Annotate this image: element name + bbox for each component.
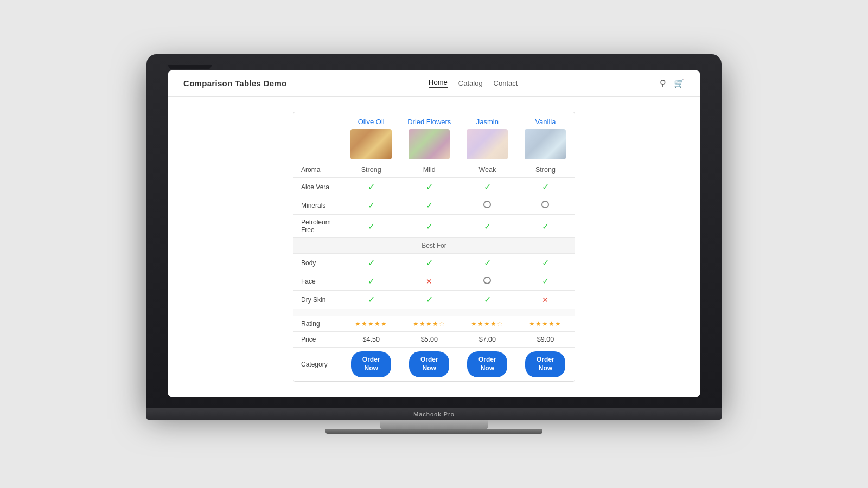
- label-aroma: Aroma: [293, 162, 342, 178]
- val-aroma-vanilla: Strong: [516, 162, 575, 178]
- product-img-vanilla: [525, 129, 566, 159]
- laptop-foot: [326, 429, 542, 434]
- val-price-olive: $4.50: [342, 332, 400, 348]
- label-aloe-vera: Aloe Vera: [293, 178, 342, 196]
- check-icon: ✓: [426, 295, 433, 304]
- val-body-olive: ✓: [342, 254, 400, 272]
- price-jasmin: $7.00: [479, 336, 496, 343]
- product-name-vanilla: Vanilla: [520, 118, 571, 126]
- comparison-table: Olive Oil Dried Flowers Jasmin: [293, 112, 575, 381]
- label-face: Face: [293, 272, 342, 291]
- price-olive: $4.50: [363, 336, 380, 343]
- order-btn-olive[interactable]: Order Now: [351, 351, 391, 377]
- price-flowers: $5.00: [421, 336, 438, 343]
- row-aloe-vera: Aloe Vera ✓ ✓ ✓ ✓: [293, 178, 575, 196]
- product-col-vanilla: Vanilla: [516, 112, 575, 162]
- stars-jasmin: ★★★★☆: [471, 320, 503, 328]
- val-face-jasmin: [458, 272, 516, 291]
- val-rating-olive: ★★★★★: [342, 316, 400, 332]
- order-jasmin-cell: Order Now: [458, 348, 516, 381]
- laptop-frame: Comparison Tables Demo Home Catalog Cont…: [146, 54, 722, 433]
- val-petroleum-vanilla: ✓: [516, 215, 575, 238]
- val-dryskin-vanilla: ✕: [516, 291, 575, 309]
- check-icon: ✓: [542, 277, 549, 286]
- product-col-flowers: Dried Flowers: [400, 112, 458, 162]
- check-icon: ✓: [542, 222, 549, 231]
- val-price-flowers: $5.00: [400, 332, 458, 348]
- row-rating: Rating ★★★★★ ★★★★☆ ★★★★☆ ★★★★★: [293, 316, 575, 332]
- row-face: Face ✓ ✕ ✓: [293, 272, 575, 291]
- cart-icon[interactable]: 🛒: [674, 78, 685, 88]
- val-body-vanilla: ✓: [516, 254, 575, 272]
- val-body-flowers: ✓: [400, 254, 458, 272]
- comparison-table-wrapper: Olive Oil Dried Flowers Jasmin: [293, 112, 575, 381]
- product-img-flowers: [409, 129, 450, 159]
- order-btn-flowers[interactable]: Order Now: [409, 351, 449, 377]
- laptop-body: Comparison Tables Demo Home Catalog Cont…: [146, 54, 722, 407]
- stars-olive: ★★★★★: [355, 320, 387, 328]
- val-price-jasmin: $7.00: [458, 332, 516, 348]
- label-dry-skin: Dry Skin: [293, 291, 342, 309]
- check-icon: ✓: [368, 182, 375, 191]
- val-face-olive: ✓: [342, 272, 400, 291]
- val-dryskin-olive: ✓: [342, 291, 400, 309]
- val-face-vanilla: ✓: [516, 272, 575, 291]
- val-dryskin-flowers: ✓: [400, 291, 458, 309]
- val-aloe-olive: ✓: [342, 178, 400, 196]
- row-minerals: Minerals ✓ ✓: [293, 196, 575, 215]
- val-aloe-jasmin: ✓: [458, 178, 516, 196]
- row-body: Body ✓ ✓ ✓ ✓: [293, 254, 575, 272]
- order-flowers-cell: Order Now: [400, 348, 458, 381]
- product-col-jasmin: Jasmin: [458, 112, 516, 162]
- product-img-olive: [350, 129, 392, 159]
- val-minerals-vanilla: [516, 196, 575, 215]
- label-rating: Rating: [293, 316, 342, 332]
- label-petroleum: PetroleumFree: [293, 215, 342, 238]
- label-category: Category: [293, 348, 342, 381]
- check-icon: ✓: [368, 258, 375, 267]
- val-petroleum-olive: ✓: [342, 215, 400, 238]
- spacer-cell: [293, 309, 575, 316]
- stars-vanilla: ★★★★★: [529, 320, 561, 328]
- val-minerals-flowers: ✓: [400, 196, 458, 215]
- product-name-flowers: Dried Flowers: [404, 118, 455, 126]
- row-dry-skin: Dry Skin ✓ ✓ ✓ ✕: [293, 291, 575, 309]
- brand-title: Comparison Tables Demo: [183, 79, 287, 88]
- product-header-row: Olive Oil Dried Flowers Jasmin: [293, 112, 575, 162]
- cross-icon: ✕: [426, 277, 432, 286]
- check-icon: ✓: [542, 182, 549, 191]
- row-aroma: Aroma Strong Mild Weak Strong: [293, 162, 575, 178]
- laptop-base: Macbook Pro: [146, 408, 722, 420]
- nav-catalog[interactable]: Catalog: [458, 79, 483, 87]
- search-icon[interactable]: ⚲: [660, 78, 666, 88]
- order-btn-jasmin[interactable]: Order Now: [467, 351, 507, 377]
- product-name-jasmin: Jasmin: [462, 118, 513, 126]
- row-order: Category Order Now Order Now Order Now: [293, 348, 575, 381]
- nav-contact[interactable]: Contact: [494, 79, 518, 87]
- check-icon: ✓: [542, 258, 549, 267]
- order-olive-cell: Order Now: [342, 348, 400, 381]
- row-price: Price $4.50 $5.00 $7.00 $9.00: [293, 332, 575, 348]
- check-icon: ✓: [484, 258, 491, 267]
- val-petroleum-flowers: ✓: [400, 215, 458, 238]
- section-best-for-label: Best For: [293, 238, 575, 254]
- val-face-flowers: ✕: [400, 272, 458, 291]
- circle-empty-icon: [483, 277, 491, 284]
- order-btn-vanilla[interactable]: Order Now: [525, 351, 565, 377]
- val-aloe-vanilla: ✓: [516, 178, 575, 196]
- price-vanilla: $9.00: [537, 336, 554, 343]
- check-icon: ✓: [368, 201, 375, 210]
- nav-home[interactable]: Home: [429, 78, 448, 88]
- row-petroleum: PetroleumFree ✓ ✓ ✓ ✓: [293, 215, 575, 238]
- macbook-label: Macbook Pro: [413, 411, 455, 418]
- val-petroleum-jasmin: ✓: [458, 215, 516, 238]
- laptop-notch: [168, 65, 212, 69]
- val-rating-flowers: ★★★★☆: [400, 316, 458, 332]
- laptop-stand: [380, 420, 488, 429]
- val-aloe-flowers: ✓: [400, 178, 458, 196]
- browser-bar: Comparison Tables Demo Home Catalog Cont…: [168, 70, 700, 97]
- label-body: Body: [293, 254, 342, 272]
- cross-icon: ✕: [542, 296, 548, 304]
- product-col-olive: Olive Oil: [342, 112, 400, 162]
- stars-flowers: ★★★★☆: [413, 320, 445, 328]
